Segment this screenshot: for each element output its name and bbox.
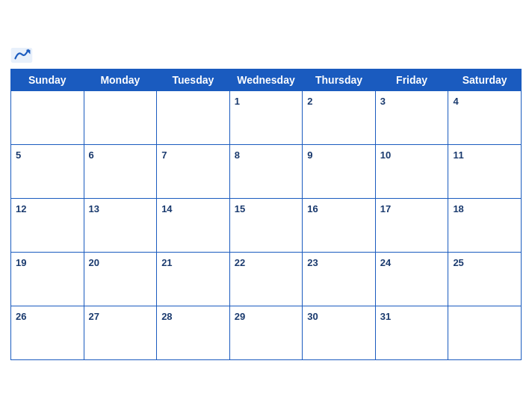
week-row-1: 1234 <box>11 91 522 145</box>
calendar-cell: 23 <box>303 253 376 306</box>
day-number: 16 <box>307 203 318 214</box>
calendar-cell <box>11 91 84 145</box>
calendar-cell: 17 <box>375 199 448 253</box>
calendar-cell: 10 <box>375 145 448 199</box>
day-number: 28 <box>161 311 172 322</box>
day-number: 19 <box>16 257 26 268</box>
week-row-2: 567891011 <box>11 145 522 199</box>
day-number: 11 <box>453 149 463 161</box>
calendar-cell: 26 <box>11 306 84 360</box>
day-number: 12 <box>16 203 26 214</box>
day-number: 27 <box>89 311 99 322</box>
day-number: 23 <box>307 257 318 268</box>
day-number: 22 <box>235 257 245 268</box>
week-row-4: 19202122232425 <box>11 253 522 306</box>
day-number: 1 <box>235 96 240 107</box>
day-number: 21 <box>161 257 172 268</box>
calendar-cell: 3 <box>375 91 448 145</box>
day-number: 8 <box>235 149 240 161</box>
calendar-cell: 2 <box>303 91 376 145</box>
calendar-cell: 13 <box>84 199 157 253</box>
day-number: 25 <box>453 257 463 268</box>
calendar-cell: 4 <box>448 91 522 145</box>
calendar-cell: 1 <box>229 91 303 145</box>
calendar-cell: 25 <box>448 253 522 306</box>
weekday-header-friday: Friday <box>375 69 448 91</box>
calendar-cell: 21 <box>157 253 230 306</box>
day-number: 3 <box>380 96 386 107</box>
calendar-cell: 5 <box>11 145 84 199</box>
weekday-header-saturday: Saturday <box>448 69 522 91</box>
day-number: 17 <box>380 203 391 214</box>
calendar-cell: 8 <box>229 145 303 199</box>
calendar-cell: 15 <box>229 199 303 253</box>
calendar-cell <box>448 306 522 360</box>
day-number: 24 <box>380 257 391 268</box>
calendar-cell: 27 <box>84 306 157 360</box>
day-number: 18 <box>453 203 463 214</box>
calendar-cell: 30 <box>303 306 376 360</box>
calendar-cell <box>84 91 157 145</box>
calendar-cell: 22 <box>229 253 303 306</box>
weekday-header-row: SundayMondayTuesdayWednesdayThursdayFrid… <box>11 69 522 91</box>
weekday-header-monday: Monday <box>84 69 157 91</box>
logo-area <box>10 48 33 64</box>
calendar-cell: 7 <box>157 145 230 199</box>
calendar-cell: 16 <box>303 199 376 253</box>
calendar-cell: 9 <box>303 145 376 199</box>
day-number: 31 <box>380 311 391 322</box>
calendar-cell: 31 <box>375 306 448 360</box>
calendar-header <box>10 48 522 64</box>
calendar-cell <box>157 91 230 145</box>
day-number: 4 <box>453 96 458 107</box>
calendar-cell: 29 <box>229 306 303 360</box>
day-number: 9 <box>307 149 312 161</box>
day-number: 26 <box>16 311 26 322</box>
day-number: 29 <box>235 311 245 322</box>
calendar-cell: 20 <box>84 253 157 306</box>
calendar-cell: 24 <box>375 253 448 306</box>
week-row-3: 12131415161718 <box>11 199 522 253</box>
generalblue-logo-icon <box>10 48 33 63</box>
weekday-header-wednesday: Wednesday <box>229 69 303 91</box>
weekday-header-tuesday: Tuesday <box>157 69 230 91</box>
calendar-body: 1234567891011121314151617181920212223242… <box>11 91 522 360</box>
day-number: 30 <box>307 311 318 322</box>
day-number: 13 <box>89 203 99 214</box>
weekday-header-sunday: Sunday <box>11 69 84 91</box>
calendar-cell: 19 <box>11 253 84 306</box>
calendar-cell: 6 <box>84 145 157 199</box>
calendar-cell: 11 <box>448 145 522 199</box>
day-number: 20 <box>89 257 99 268</box>
calendar-cell: 14 <box>157 199 230 253</box>
calendar-cell: 12 <box>11 199 84 253</box>
calendar-table: SundayMondayTuesdayWednesdayThursdayFrid… <box>10 69 522 360</box>
day-number: 7 <box>161 149 167 161</box>
weekday-header-thursday: Thursday <box>303 69 376 91</box>
day-number: 10 <box>380 149 391 161</box>
calendar-wrapper: SundayMondayTuesdayWednesdayThursdayFrid… <box>0 40 532 371</box>
day-number: 5 <box>16 149 21 161</box>
day-number: 2 <box>307 96 312 107</box>
calendar-cell: 28 <box>157 306 230 360</box>
day-number: 14 <box>161 203 172 214</box>
calendar-cell: 18 <box>448 199 522 253</box>
week-row-5: 262728293031 <box>11 306 522 360</box>
day-number: 6 <box>89 149 94 161</box>
day-number: 15 <box>235 203 245 214</box>
